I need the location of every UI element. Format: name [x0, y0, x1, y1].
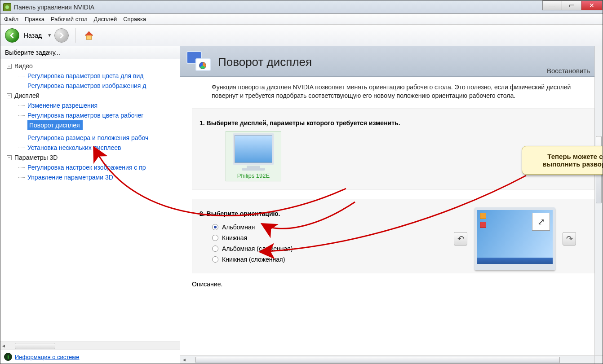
task-tree[interactable]: − Видео Регулировка параметров цвета для…	[0, 59, 180, 342]
tree-item[interactable]: Регулировка параметров изображения д	[0, 81, 180, 91]
maximize-button[interactable]: ▭	[562, 0, 581, 10]
tree-category-label: Видео	[14, 61, 33, 71]
rotate-display-icon	[186, 51, 212, 74]
titlebar: Панель управления NVIDIA — ▭ ✕	[0, 0, 603, 14]
forward-button[interactable]	[54, 28, 69, 43]
menu-display[interactable]: Дисплей	[94, 16, 117, 22]
page-title: Поворот дисплея	[218, 55, 312, 69]
window-title: Панель управления NVIDIA	[14, 4, 94, 11]
task-tree-panel: Выберите задачу... − Видео Регулировка п…	[0, 46, 180, 364]
radio-icon	[212, 224, 218, 230]
tree-category-display[interactable]: − Дисплей	[0, 91, 180, 101]
page-description: Функция поворота дисплея NVIDIA позволяе…	[212, 83, 598, 100]
menu-help[interactable]: Справка	[123, 16, 146, 22]
app-icon	[3, 3, 11, 11]
radio-label: Альбомная	[222, 224, 255, 231]
scrollbar-thumb[interactable]	[15, 343, 55, 349]
tree-hscrollbar[interactable]: ◄	[0, 342, 180, 350]
back-dropdown-icon[interactable]: ▼	[47, 33, 52, 38]
info-icon: i	[4, 353, 12, 361]
radio-icon	[212, 246, 218, 252]
menu-edit[interactable]: Правка	[25, 16, 44, 22]
radio-label: Книжная (сложенная)	[222, 256, 285, 263]
content-vscrollbar[interactable]	[594, 46, 603, 355]
step1-title: 1. Выберите дисплей, параметры которого …	[200, 119, 587, 127]
tree-category-label: Дисплей	[14, 91, 40, 101]
main-window: Панель управления NVIDIA — ▭ ✕ Файл Прав…	[0, 0, 603, 364]
tree-item[interactable]: Управление параметрами 3D	[0, 172, 180, 182]
content-hscrollbar[interactable]: ◄	[180, 355, 594, 364]
preview-monitor-icon: ⤢	[474, 207, 555, 270]
annotation-callout: Теперь можете с легкостью выполнить разв…	[522, 146, 603, 175]
back-label: Назад	[24, 32, 42, 39]
tree-item[interactable]: Регулировка размера и положения рабоч	[0, 133, 180, 143]
monitor-name: Philips 192E	[228, 172, 279, 179]
tree-category-3d[interactable]: − Параметры 3D	[0, 153, 180, 162]
radio-icon	[212, 235, 218, 241]
task-tree-header: Выберите задачу...	[0, 46, 180, 59]
tree-item[interactable]: Регулировка настроек изображения с пр	[0, 162, 180, 172]
minimize-button[interactable]: —	[542, 0, 562, 10]
rotate-cw-button[interactable]: ↷	[563, 232, 576, 246]
tree-item[interactable]: Установка нескольких дисплеев	[0, 143, 180, 153]
tree-category-label: Параметры 3D	[14, 153, 58, 162]
tree-category-video[interactable]: − Видео	[0, 61, 180, 71]
window-controls: — ▭ ✕	[543, 0, 603, 10]
menubar: Файл Правка Рабочий стол Дисплей Справка	[0, 14, 603, 25]
left-footer: i Информация о системе	[0, 350, 180, 364]
radio-icon	[212, 256, 218, 263]
collapse-icon[interactable]: −	[7, 93, 12, 98]
radio-label: Книжная	[222, 234, 247, 241]
system-info-link[interactable]: Информация о системе	[15, 354, 80, 360]
orientation-arrows-icon: ⤢	[532, 213, 550, 231]
radio-label: Альбомная (сложенная)	[222, 245, 293, 252]
tree-item[interactable]: Изменение разрешения	[0, 101, 180, 110]
toolbar: Назад ▼	[0, 25, 603, 46]
collapse-icon[interactable]: −	[7, 155, 12, 160]
scrollbar-corner	[594, 355, 603, 364]
content-body: Функция поворота дисплея NVIDIA позволяе…	[180, 77, 603, 364]
content-header: Поворот дисплея Восстановить	[180, 46, 603, 77]
home-button[interactable]	[82, 28, 96, 43]
toolbar-separator	[75, 28, 75, 43]
tree-item[interactable]: Регулировка параметров цвета рабочег	[0, 110, 180, 120]
section-orientation: 2. Выберите ориентацию. Альбомная Книжна…	[192, 199, 594, 273]
content-panel: Поворот дисплея Восстановить Функция пов…	[180, 46, 603, 364]
svg-point-0	[5, 5, 9, 9]
menu-desktop[interactable]: Рабочий стол	[51, 16, 88, 22]
rotate-ccw-button[interactable]: ↶	[454, 232, 467, 246]
close-button[interactable]: ✕	[581, 0, 603, 10]
tree-item-selected[interactable]: Поворот дисплея	[27, 120, 83, 130]
tree-item[interactable]: Регулировка параметров цвета для вид	[0, 71, 180, 81]
restore-link[interactable]: Восстановить	[547, 67, 590, 75]
body-split: Выберите задачу... − Видео Регулировка п…	[0, 46, 603, 364]
monitor-thumbnail[interactable]: Philips 192E	[226, 131, 281, 181]
back-button[interactable]	[5, 28, 19, 43]
scrollbar-thumb[interactable]	[195, 357, 560, 363]
monitor-screen-icon	[233, 133, 274, 165]
description-section-label: Описание.	[192, 281, 598, 288]
orientation-preview: ↶ ⤢ ↷	[454, 207, 576, 270]
menu-file[interactable]: Файл	[4, 16, 18, 22]
collapse-icon[interactable]: −	[7, 64, 12, 69]
